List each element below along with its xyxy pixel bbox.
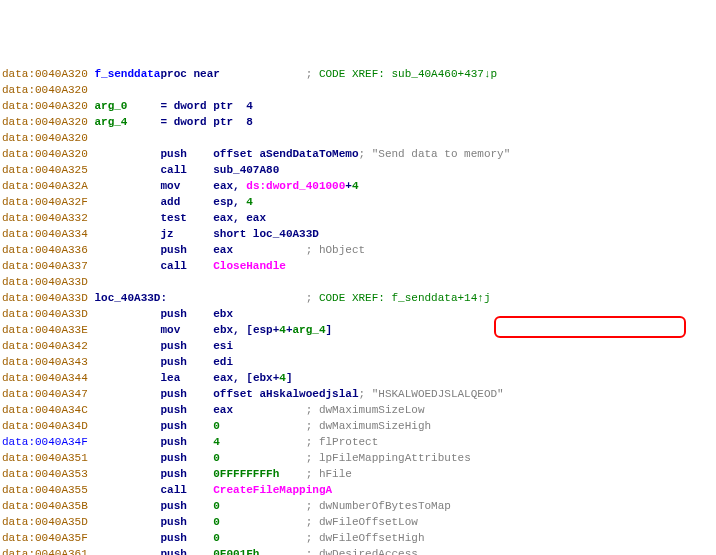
asm-operand-part: 4 <box>279 372 286 384</box>
asm-mnemonic: test <box>160 212 186 224</box>
asm-address: data:0040A32F <box>2 196 88 208</box>
asm-address: data:0040A355 <box>2 484 88 496</box>
asm-line: data:0040A355 call CreateFileMappingA <box>2 482 714 498</box>
asm-address: data:0040A320 <box>2 116 88 128</box>
asm-operand: 0 <box>213 516 220 528</box>
asm-operand: CreateFileMappingA <box>213 484 332 496</box>
asm-operand: offset aSendDataToMemo <box>213 148 358 160</box>
asm-operand: 0 <box>213 452 220 464</box>
asm-address: data:0040A320 <box>2 68 88 80</box>
asm-line: data:0040A34F push 4 ; flProtect <box>2 434 714 450</box>
asm-comment: ; hFile <box>306 468 352 480</box>
asm-label: loc_40A33D <box>94 292 160 304</box>
asm-mnemonic: push <box>160 388 186 400</box>
asm-operand: ebx <box>213 308 233 320</box>
asm-address: data:0040A35B <box>2 500 88 512</box>
asm-line: data:0040A337 call CloseHandle <box>2 258 714 274</box>
asm-operand: offset aHskalwoedjslal <box>213 388 358 400</box>
asm-mnemonic: push <box>160 420 186 432</box>
asm-mnemonic: push <box>160 340 186 352</box>
asm-operand: ebx, [esp+ <box>213 324 279 336</box>
asm-line: data:0040A33D push ebx <box>2 306 714 322</box>
asm-mnemonic: push <box>160 308 186 320</box>
asm-mnemonic: = dword ptr 4 <box>160 100 252 112</box>
asm-address: data:0040A342 <box>2 340 88 352</box>
asm-mnemonic: push <box>160 516 186 528</box>
asm-operand-part: 4 <box>246 196 253 208</box>
asm-address: data:0040A320 <box>2 132 88 144</box>
asm-mnemonic: push <box>160 436 186 448</box>
asm-line: data:0040A320 push offset aSendDataToMem… <box>2 146 714 162</box>
asm-comment: ; hObject <box>306 244 365 256</box>
asm-line: data:0040A33D loc_40A33D: ; CODE XREF: f… <box>2 290 714 306</box>
asm-line: data:0040A320 <box>2 130 714 146</box>
asm-address: data:0040A347 <box>2 388 88 400</box>
asm-address: data:0040A320 <box>2 100 88 112</box>
asm-mnemonic: push <box>160 500 186 512</box>
asm-mnemonic: push <box>160 404 186 416</box>
asm-mnemonic: = dword ptr 8 <box>160 116 252 128</box>
asm-line: data:0040A353 push 0FFFFFFFFh ; hFile <box>2 466 714 482</box>
asm-comment: ; dwMaximumSizeHigh <box>306 420 431 432</box>
asm-line: data:0040A35D push 0 ; dwFileOffsetLow <box>2 514 714 530</box>
asm-address: data:0040A33D <box>2 308 88 320</box>
asm-operand-part: + <box>286 324 293 336</box>
asm-operand: 0FFFFFFFFh <box>213 468 279 480</box>
asm-address: data:0040A34C <box>2 404 88 416</box>
asm-comment: ; "HSKALWOEDJSLALQEOD" <box>359 388 504 400</box>
asm-line: data:0040A342 push esi <box>2 338 714 354</box>
asm-mnemonic: push <box>160 356 186 368</box>
asm-mnemonic: call <box>160 164 186 176</box>
asm-address: data:0040A334 <box>2 228 88 240</box>
asm-line: data:0040A332 test eax, eax <box>2 210 714 226</box>
asm-comment: ; dwFileOffsetHigh <box>306 532 425 544</box>
asm-operand-part: 4 <box>279 324 286 336</box>
asm-mnemonic: mov <box>160 324 180 336</box>
asm-address: data:0040A32A <box>2 180 88 192</box>
asm-operand: short loc_40A33D <box>213 228 319 240</box>
asm-comment: ; lpFileMappingAttributes <box>306 452 471 464</box>
asm-line: data:0040A334 jz short loc_40A33D <box>2 226 714 242</box>
asm-operand-part: ] <box>286 372 293 384</box>
asm-operand-part: ] <box>326 324 333 336</box>
asm-xref: CODE XREF: sub_40A460+437↓p <box>319 68 497 80</box>
asm-operand-part: arg_4 <box>293 324 326 336</box>
asm-line: data:0040A347 push offset aHskalwoedjsla… <box>2 386 714 402</box>
asm-operand: sub_407A80 <box>213 164 279 176</box>
asm-address: data:0040A33D <box>2 276 88 288</box>
asm-address: data:0040A34D <box>2 420 88 432</box>
asm-operand-part: + <box>345 180 352 192</box>
asm-operand: eax <box>213 404 233 416</box>
asm-mnemonic: jz <box>160 228 173 240</box>
asm-address: data:0040A361 <box>2 548 88 555</box>
asm-line: data:0040A361 push 0F001Fh ; dwDesiredAc… <box>2 546 714 555</box>
asm-operand-part: ds:dword_401000 <box>246 180 345 192</box>
asm-address: data:0040A343 <box>2 356 88 368</box>
asm-mnemonic: mov <box>160 180 180 192</box>
asm-address: data:0040A35F <box>2 532 88 544</box>
asm-operand: esi <box>213 340 233 352</box>
asm-line: data:0040A336 push eax ; hObject <box>2 242 714 258</box>
asm-line: data:0040A351 push 0 ; lpFileMappingAttr… <box>2 450 714 466</box>
asm-comment: ; dwFileOffsetLow <box>306 516 418 528</box>
asm-operand: 0 <box>213 420 220 432</box>
asm-address: data:0040A33E <box>2 324 88 336</box>
asm-operand: eax, [ebx+ <box>213 372 279 384</box>
asm-line: data:0040A35B push 0 ; dwNumberOfBytesTo… <box>2 498 714 514</box>
asm-operand: eax, <box>213 180 246 192</box>
asm-operand: edi <box>213 356 233 368</box>
asm-mnemonic: push <box>160 468 186 480</box>
asm-comment: ; flProtect <box>306 436 379 448</box>
asm-mnemonic: proc near <box>160 68 219 80</box>
asm-mnemonic: call <box>160 484 186 496</box>
asm-comment: ; <box>306 68 319 80</box>
asm-comment: ; dwNumberOfBytesToMap <box>306 500 451 512</box>
asm-line: data:0040A320 arg_4 = dword ptr 8 <box>2 114 714 130</box>
asm-line: data:0040A320 f_senddataproc near ; CODE… <box>2 66 714 82</box>
asm-mnemonic: call <box>160 260 186 272</box>
asm-address: data:0040A337 <box>2 260 88 272</box>
asm-line: data:0040A343 push edi <box>2 354 714 370</box>
asm-line: data:0040A32A mov eax, ds:dword_401000+4 <box>2 178 714 194</box>
asm-mnemonic: lea <box>160 372 180 384</box>
asm-address: data:0040A353 <box>2 468 88 480</box>
